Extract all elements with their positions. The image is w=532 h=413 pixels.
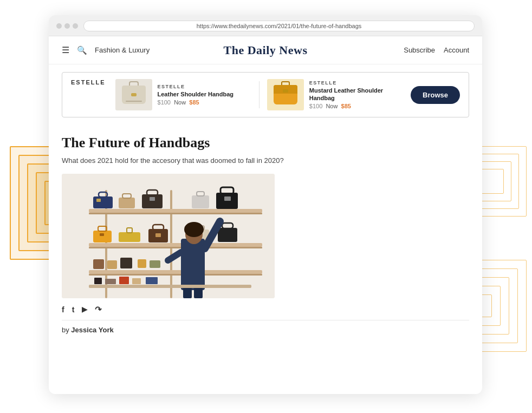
browser-window: https://www.thedailynews.com/2021/01/the… [49, 15, 482, 394]
ad-product1-price-label: Now [174, 99, 186, 106]
svg-rect-22 [93, 231, 112, 242]
svg-point-36 [184, 222, 204, 237]
author-prefix: by [62, 326, 69, 334]
account-button[interactable]: Account [444, 46, 469, 54]
article-hero-image [62, 174, 275, 298]
twitter-icon[interactable]: t [72, 305, 75, 314]
ad-product2-price-label: Now [326, 103, 338, 109]
ad-banner: ESTELLE ESTELLE Leather Shoulder Handbag [62, 72, 469, 117]
browser-dot-red [56, 23, 62, 29]
nav-category[interactable]: Fashion & Luxury [95, 46, 150, 54]
site-title: The Daily News [224, 43, 308, 57]
ad-product1-name: Leather Shoulder Handbag [158, 90, 234, 98]
ad-product2-price-new: $85 [341, 103, 351, 109]
svg-rect-43 [120, 258, 132, 268]
svg-rect-16 [150, 197, 155, 201]
hamburger-icon[interactable]: ☰ [62, 45, 69, 55]
svg-rect-25 [119, 232, 140, 242]
ad-divider [259, 81, 259, 108]
site-content: ☰ 🔍 Fashion & Luxury The Daily News Subs… [49, 36, 482, 334]
svg-rect-24 [100, 233, 104, 236]
ad-product2-price: $100 Now $85 [309, 103, 403, 109]
ad-product-2[interactable]: ESTELLE Mustard Leather Shoulder Handbag… [267, 79, 403, 110]
social-bar: f t ▶ ↷ [62, 305, 469, 320]
svg-rect-34 [181, 239, 205, 290]
ad-product-1[interactable]: ESTELLE Leather Shoulder Handbag $100 No… [115, 79, 251, 110]
facebook-icon[interactable]: f [62, 305, 64, 314]
svg-rect-32 [218, 228, 237, 242]
svg-rect-48 [105, 279, 116, 284]
browser-dot-green [73, 23, 78, 29]
svg-rect-51 [146, 277, 158, 284]
share-icon[interactable]: ↷ [95, 305, 102, 314]
article-content: The Future of Handbags What does 2021 ho… [49, 125, 482, 334]
svg-rect-7 [89, 270, 262, 274]
svg-rect-5 [89, 243, 262, 247]
ad-bag-image-1 [115, 79, 152, 110]
browser-dot-yellow [64, 23, 70, 29]
ad-browse-button[interactable]: Browse [411, 86, 460, 104]
svg-rect-4 [89, 213, 262, 214]
svg-rect-46 [89, 285, 251, 288]
youtube-icon[interactable]: ▶ [82, 305, 87, 313]
ad-product1-brand: ESTELLE [158, 84, 234, 89]
svg-rect-11 [96, 199, 101, 202]
ad-product2-name: Mustard Leather Shoulder Handbag [309, 87, 403, 102]
svg-rect-42 [107, 260, 117, 269]
search-icon[interactable]: 🔍 [77, 45, 87, 55]
svg-rect-6 [89, 247, 262, 248]
svg-rect-3 [89, 209, 262, 213]
article-subtitle: What does 2021 hold for the accesory tha… [62, 155, 469, 166]
svg-rect-9 [93, 196, 113, 208]
author-line: by Jessica York [62, 326, 469, 334]
ad-info-2: ESTELLE Mustard Leather Shoulder Handbag… [309, 80, 403, 110]
svg-rect-47 [94, 278, 102, 284]
svg-rect-8 [89, 274, 262, 276]
svg-rect-21 [224, 196, 231, 201]
ad-product2-brand: ESTELLE [309, 80, 403, 86]
nav-left: ☰ 🔍 Fashion & Luxury [62, 45, 198, 55]
nav-bar: ☰ 🔍 Fashion & Luxury The Daily News Subs… [49, 36, 482, 64]
address-bar[interactable]: https://www.thedailynews.com/2021/01/the… [83, 21, 475, 31]
article-title: The Future of Handbags [62, 135, 469, 151]
ad-bag-image-2 [267, 79, 304, 110]
svg-rect-12 [119, 198, 135, 208]
ad-product1-price-new: $85 [189, 99, 199, 106]
svg-rect-44 [138, 259, 146, 268]
ad-info-1: ESTELLE Leather Shoulder Handbag $100 No… [158, 84, 234, 106]
nav-center: The Daily News [198, 43, 334, 57]
author-name: Jessica York [71, 326, 113, 334]
ad-brand-label: ESTELLE [71, 79, 106, 86]
ad-product1-price: $100 Now $85 [158, 99, 234, 106]
handbag-store-svg [62, 174, 275, 298]
svg-rect-49 [119, 277, 129, 284]
nav-right: Subscribe Account [333, 46, 469, 54]
svg-rect-29 [155, 233, 161, 237]
svg-rect-50 [132, 278, 141, 284]
svg-rect-41 [93, 259, 104, 269]
subscribe-button[interactable]: Subscribe [404, 46, 435, 54]
svg-rect-40 [194, 287, 203, 298]
ad-product1-price-old: $100 [158, 99, 171, 106]
svg-rect-17 [192, 195, 209, 208]
svg-rect-45 [150, 260, 160, 268]
browser-dots [56, 23, 78, 29]
svg-rect-14 [142, 194, 163, 208]
ad-product2-price-old: $100 [309, 103, 322, 109]
browser-chrome: https://www.thedailynews.com/2021/01/the… [49, 15, 482, 36]
svg-rect-39 [183, 287, 192, 298]
